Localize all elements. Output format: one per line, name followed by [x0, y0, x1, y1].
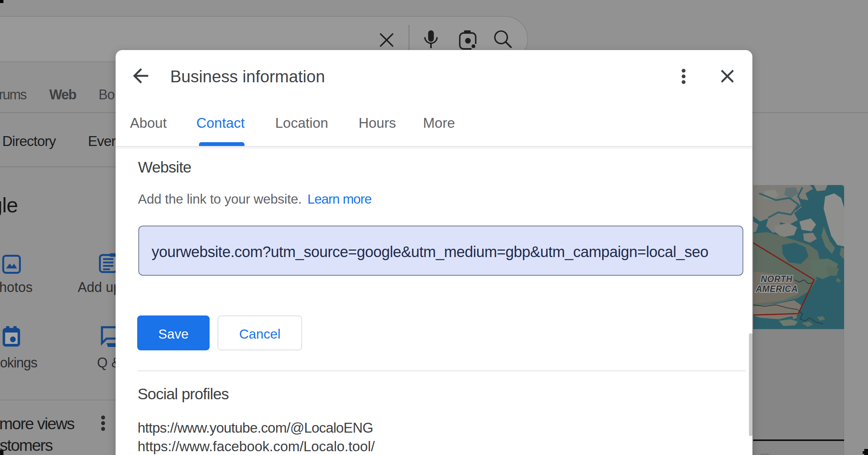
- svg-text:AMERICA: AMERICA: [755, 284, 798, 294]
- svg-text:NORTH: NORTH: [761, 274, 793, 284]
